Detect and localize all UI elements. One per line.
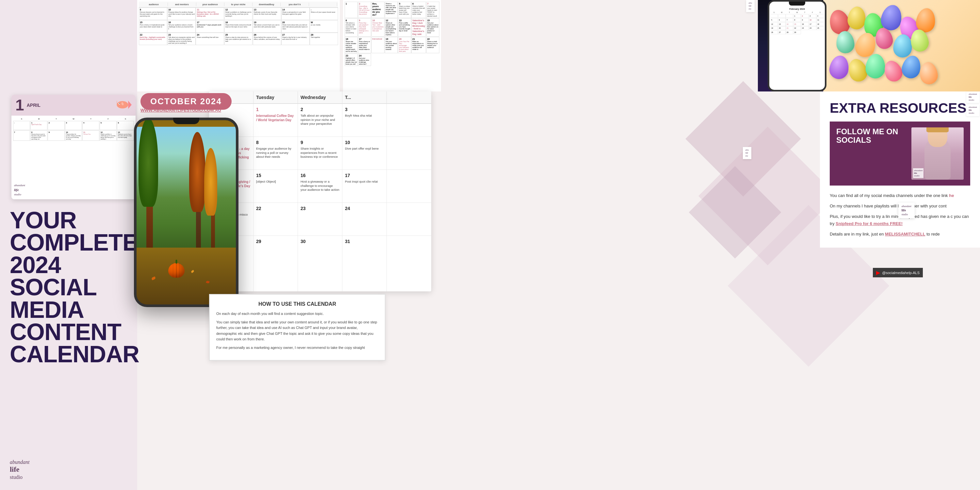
cal-day-16: 16 Host a giveaway or a challenge to enc… [298,170,342,202]
egg-yellow [847,6,867,30]
top-cell-24: 24 Share something that will love [196,33,224,45]
col-tuesday: Tuesday [253,91,298,103]
logo-edge-box-1: abundantlifestudio [966,91,979,103]
link-ref-1[interactable]: he [949,193,954,198]
top-cell-12: 12 Detail a problem or challenge you're … [224,8,253,20]
day-num-29: 29 [256,239,295,244]
egg-seafoam [865,53,886,79]
col-label-audience: audience [140,3,168,6]
top-cell-15: 15 Post a funny or inspirational quote y… [139,20,167,33]
cal-day-31: 31 [342,236,387,291]
phone-mockup [134,118,239,307]
fish-icon [115,99,132,112]
svg-marker-1 [128,100,132,109]
how-to-use-section: HOW TO USE THIS CALENDAR On each day of … [209,294,385,361]
logo-text-tr: abulifestu [749,2,752,10]
how-to-para-2: You can simply take that idea and write … [216,320,378,342]
day-num-31: 31 [345,239,384,244]
cal-week-4: 21 Addre debun comm misco your n 22 23 2… [209,203,431,236]
trc-16: 16 Share one rookie mistake that your au… [345,37,358,53]
title-line4: SOCIAL [10,276,134,298]
egg-violet [828,54,851,81]
april-number: 1 [15,97,24,113]
top-cell-extra: - Show a of your space brand sessi [310,8,338,20]
day-8-content: Engage your audience by running a poll o… [256,147,295,159]
logo-right-edge: abundantlifestudio abundantlifestudio [966,91,979,116]
phone-screen [137,120,236,304]
trc-10b: 10 Chinese New Year - wish your customer… [371,18,385,37]
day-2-content: Talk about an unpopular opinion in your … [301,114,339,126]
melissa-link[interactable]: MELISSAMITCHELL [885,232,926,237]
april-calendar-card: 1 April S M T W T F S - 1Apri [11,95,135,199]
phone-mockup-right: February 2024 S M T W T F S 1 2 3 4 5 6 … [768,0,826,91]
svg-point-3 [119,103,120,104]
website-url[interactable]: WWW.ABUNDANTLIFESTUDIO.COM.AU [140,108,221,113]
trc-5: 5 Share a unique belief that your avatar… [398,2,411,18]
day-num-10: 10 [345,140,384,145]
egg-sky [900,54,923,80]
day-num-30: 30 [301,239,339,244]
trc-6: 6 Share a helpful reminder that will mak… [411,2,426,18]
follow-me-text-area: FOLLOW ME ON SOCIALS [836,127,907,180]
title-line7: CALENDAR [10,343,134,365]
logo-overlay-mid: abulifestu [743,147,752,159]
day-3-content: Boyfr Mea sha relat [345,114,384,118]
october-badge: OCTOBER 2024 [140,93,232,110]
cal-day-24: 24 [342,203,387,235]
social-para-4: Details are in my link, just en MELISSAM… [830,231,970,238]
cal-week-5: 28 Share proc worki 29 30 31 [209,236,431,291]
top-right-mini-calendar: 1 2 Groundhog Day - offer a 2% off 24 ho… [343,0,441,91]
logo-box-mid: abulifestu [743,147,752,159]
cal-day-3: 3 Boyfr Mea sha relat [342,104,387,137]
extra-resources-panel: EXTRA RESOURCES FOLLOW ME ON SOCIALS abu… [820,91,980,248]
main-title: YOUR COMPLETE 2024 SOCIAL MEDIA CONTENT … [10,209,134,366]
youtube-handle: ▶ @socialmediahelp-ALS [873,268,923,277]
top-cell-16: 16 Tell your audience about a recent cha… [167,20,196,33]
cal-day-18b [387,170,431,202]
person-photo: abundantlifestudio [912,127,964,180]
logo-abundant: abundant [10,459,29,465]
calendar-header-row: Monday Tuesday Wednesday T... [209,91,431,104]
trc-intl: International [371,37,385,53]
trc-23b: 23 Highlight 1-3 special offers people m… [345,54,358,66]
pumpkin [168,263,185,278]
cal-week-1: 1 International Coffee Day / World Veget… [209,104,431,137]
day-16-content: Host a giveaway or a challenge to encour… [301,180,339,192]
phone-cal-grid: S M T W T F S 1 2 3 4 5 6 7 8 9 10 11 12… [770,11,824,34]
april-header: 1 April [11,95,135,116]
top-cell-18: 18 Share three books everyone should rea… [224,20,253,33]
cal-top-labels: audience and mentors your audience to yo… [139,2,338,8]
snipfeed-link[interactable]: Snipfeed Pro for 6 months FREE! [835,221,902,226]
top-cell-w: W yo soc media [310,20,338,33]
april-month-label: April [27,103,40,108]
tree-leaves-1 [138,120,158,207]
trc-22b: 22 Share a mind-blowing fact or statisti… [426,37,439,53]
phone-screen-right: February 2024 S M T W T F S 1 2 3 4 5 6 … [769,2,825,90]
october-calendar-main: Monday Tuesday Wednesday T... 1 Internat… [209,91,431,291]
eggs-decoration [823,0,980,91]
top-cell-28x: 28 Talk together [310,33,338,45]
logo-edge-2: abundantlifestudio [969,106,977,115]
top-cell-22: 22 Earth Day - highlight sustainable bra… [139,33,167,45]
main-title-area: YOUR COMPLETE 2024 SOCIAL MEDIA CONTENT … [10,209,134,366]
day-10-content: Dive part offer expl bene [345,147,384,151]
phone-cal-month: February 2024 [770,8,824,10]
phone-bg [137,127,236,304]
title-line1: YOUR [10,209,134,231]
egg-tangerine [919,61,939,85]
day-9-content: Share insights or experiences from a rec… [301,147,339,159]
top-cell-14: 14 Share a perspective in your field tha… [281,8,310,20]
top-cell-8: 8 Discuss lessons you've learned in the … [139,8,167,20]
trc-12: 12 Share an opinion other people are acc… [385,18,398,37]
day-num-23: 23 [301,205,339,212]
top-cell-23: 23 Talk about an unpopular opinion and w… [167,33,196,45]
logo-box-1: abundantlifestudio [898,202,915,218]
extra-resources-title: EXTRA RESOURCES [830,101,970,115]
title-line6: CONTENT [10,321,134,343]
day-num-3: 3 [345,107,384,112]
trc-24b: 24 Ask your audience also challenge solv… [358,54,371,66]
day-num-24: 24 [345,205,384,212]
website-text: WWW.ABUNDANTLIFESTUDIO.COM.AU [140,108,221,113]
col-label-6: you don't k [281,3,309,6]
top-cell-27: 27 Dispel a big fat lie in your industry… [281,33,310,45]
